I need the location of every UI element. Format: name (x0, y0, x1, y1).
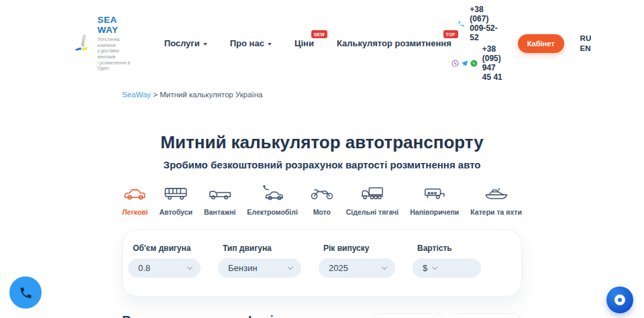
phone-icon (458, 20, 465, 28)
nav-item-prices[interactable]: Ціни NEW (294, 38, 314, 48)
other-costs-title: Інші витрати (248, 313, 364, 318)
car-icon (122, 184, 148, 202)
field-label: Вартість (417, 244, 481, 253)
main-nav: Послуги Про нас Ціни NEW Калькулятор роз… (164, 38, 451, 48)
breadcrumb: SeaWay > Митний калькулятор Україна (122, 91, 522, 99)
field-label: Рік випуску (323, 244, 395, 253)
nav-item-services[interactable]: Послуги (164, 38, 207, 48)
truck-icon (207, 184, 233, 202)
bus-icon (163, 184, 189, 202)
electric-car-icon (260, 184, 285, 202)
lang-en[interactable]: EN (580, 44, 592, 54)
logo-title: SEA WAY (97, 15, 130, 35)
tab-cars[interactable]: Легкові (122, 184, 148, 216)
breadcrumb-home-link[interactable]: SeaWay (122, 91, 151, 99)
nav-item-about[interactable]: Про нас (230, 38, 272, 48)
field-year: Рік випуску 2025 (319, 244, 395, 278)
new-badge: NEW (311, 30, 327, 38)
floating-call-button[interactable] (9, 276, 42, 309)
phone-link-1[interactable]: +38 (067) 009-52-52 (451, 5, 504, 42)
whatsapp-icon[interactable] (470, 60, 478, 67)
field-label: Об'єм двигуна (133, 244, 201, 253)
yacht-icon (484, 184, 509, 202)
logo[interactable]: SEA WAY Логістична компанія з доставки в… (74, 15, 131, 72)
chevron-down-icon (187, 264, 193, 270)
field-engine-type: Тип двигуна Бензин (218, 244, 301, 278)
phone-link-2[interactable]: +38 (095) 947 45 41 (451, 44, 504, 82)
phone-icon (19, 286, 33, 300)
viber-icon[interactable] (451, 60, 459, 67)
field-engine-volume: Об'єм двигуна 0.8 (128, 244, 201, 278)
page-title: Митний калькулятор автотранспорту (0, 132, 644, 153)
calculator-form: Об'єм двигуна 0.8 Тип двигуна Бензин Рік… (122, 229, 522, 297)
year-select[interactable]: 2025 (319, 258, 395, 278)
header: SEA WAY Логістична компанія з доставки в… (0, 0, 644, 85)
phone-number: +38 (095) 947 45 41 (482, 44, 504, 82)
tab-semi-trailers[interactable]: Напівпричепи (410, 184, 459, 216)
engine-type-select[interactable]: Бензин (218, 258, 301, 278)
tab-buses[interactable]: Автобуси (159, 184, 193, 216)
phone-number: +38 (067) 009-52-52 (470, 5, 504, 42)
chevron-down-icon (288, 264, 293, 270)
results-section: Результати Мито $ Акцизний збір $ Інші в… (122, 313, 522, 318)
language-switcher: RU EN (580, 34, 592, 54)
motorcycle-icon (309, 184, 335, 202)
price-card-current: 300 $ 400 $ 7 000 грн (372, 313, 444, 318)
breadcrumb-separator: > (153, 91, 158, 99)
results-column: Результати Мито $ Акцизний збір $ (122, 313, 228, 318)
price-card-europe: Авто з Європи 300 $ 0 $ 3500 грн (449, 313, 522, 318)
currency-select[interactable]: $ (413, 258, 481, 278)
breadcrumb-current: Митний калькулятор Україна (160, 91, 262, 99)
nav-item-customs-calculator[interactable]: Калькулятор розмитнення TOP (337, 38, 451, 48)
tab-semi-trucks[interactable]: Сідельні тягачі (346, 184, 399, 216)
chevron-down-icon (432, 264, 437, 270)
page-subtitle: Зробимо безкоштовний розрахунок вартості… (0, 159, 644, 170)
header-contacts: +38 (067) 009-52-52 +38 (095) 947 45 41 (451, 5, 504, 82)
chevron-down-icon (382, 264, 387, 270)
chevron-down-icon (268, 43, 272, 46)
results-title: Результати (122, 313, 228, 318)
logo-mark-icon (74, 30, 91, 57)
top-badge: TOP (443, 30, 458, 38)
tab-boats-yachts[interactable]: Катери та яхти (470, 184, 522, 216)
field-label: Тип двигуна (223, 244, 301, 253)
chat-bubble-icon (614, 295, 625, 305)
cabinet-button[interactable]: Кабінет (518, 34, 564, 53)
lang-ru[interactable]: RU (580, 34, 592, 44)
tab-electric-cars[interactable]: Електромобілі (247, 184, 298, 216)
semi-truck-icon (360, 184, 385, 202)
logo-subtitle: Логістична компанія з доставки вантажів … (97, 37, 130, 72)
field-price: Вартість $ (413, 244, 481, 278)
vehicle-type-tabs: Легкові Автобуси Вантажні Електромобілі (122, 184, 522, 216)
engine-volume-select[interactable]: 0.8 (128, 258, 201, 278)
tab-trucks[interactable]: Вантажні (204, 184, 235, 216)
chat-widget-button[interactable] (606, 286, 633, 313)
chevron-down-icon (203, 43, 207, 46)
telegram-icon[interactable] (461, 60, 468, 67)
other-costs-column: Інші витрати Брокерські послуги Експедиц… (248, 313, 364, 318)
tab-moto[interactable]: Мото (309, 184, 335, 216)
trailer-icon (422, 184, 447, 202)
